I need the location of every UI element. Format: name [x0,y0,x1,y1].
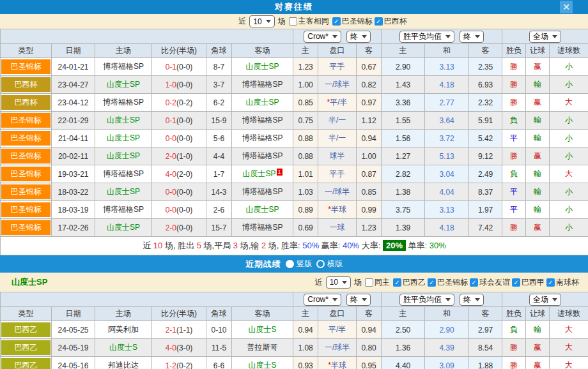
handicap-value: 平/半 [330,98,347,107]
league-badge: 巴西乙 [1,340,50,355]
home-team-cell: 山度士S [95,339,152,357]
date-cell: 18-03-22 [52,183,95,201]
halftime-score: (0-0) [176,223,192,232]
table-row: 巴西乙24-05-16邦迪比达1-2(0-2)6-6山度士S0.93*半球0.9… [1,357,588,369]
scope-select[interactable]: 全场 [529,294,561,306]
halftime-score: (0-0) [176,63,192,72]
col-date: 日期 [52,44,95,58]
handicap-value: 球半 [330,151,345,160]
layout-horizontal-radio[interactable]: 横版 [316,259,343,269]
away-team-cell: 山度士S [232,321,293,339]
table-row: 巴西杯23-04-12博塔福格SP0-2(0-2)6-2山度士SP0.85*平/… [1,94,588,112]
euro-final-select[interactable]: 终 [460,31,484,43]
euro-home-odds: 1.38 [382,183,425,201]
bookmaker-select[interactable]: Crow* [304,294,341,306]
euro-away-odds: 9.12 [469,147,502,165]
chevron-down-icon [552,35,557,38]
score-cell: 0-0(0-0) [152,183,206,201]
chevron-down-icon [445,298,451,301]
score-cell: 4-0(2-0) [152,165,206,183]
euro-draw-odds: 4.39 [425,339,469,357]
type-cell: 巴圣锦标 [1,112,52,130]
euro-draw-odds: 3.64 [425,112,469,130]
league-checkbox[interactable]: ✓巴西甲 [512,277,545,288]
date-cell: 19-03-21 [52,165,95,183]
result-cell: 勝 [502,58,526,76]
halftime-score: (2-0) [176,170,192,179]
league-checkbox[interactable]: ✓巴圣锦标 [332,16,373,27]
near-count-select[interactable]: 10 [249,15,274,27]
handicap-result-cell: 赢 [526,339,550,357]
euro-draw-value: 3.09 [439,361,454,369]
away-team-cell: 博塔福格SP [232,112,293,130]
recent-near-count-select[interactable]: 10 [326,276,351,289]
col-asian-home: 主 [293,44,318,58]
recent-header-row: 类型 日期 主场 比分(半场) 角球 客场 主 盘口 客 主 和 客 胜负 让球… [1,307,588,321]
league-checkbox[interactable]: ✓巴西杯 [375,16,407,27]
league-checkbox-label: 巴西乙 [403,277,426,288]
close-icon[interactable]: ✕ [560,1,573,13]
col-score: 比分(半场) [152,44,206,58]
league-checkbox[interactable]: ✓球会友谊 [470,277,510,288]
col-type: 类型 [1,44,52,58]
league-checkbox[interactable]: ✓巴西乙 [393,277,426,288]
result-cell: 平 [502,201,526,219]
euro-home-odds: 1.56 [382,130,425,147]
h2h-league-filters: ✓巴圣锦标✓巴西杯 [332,16,407,27]
fulltime-score: 0-0 [166,206,176,215]
away-team-cell: 博塔福格SP [232,130,293,147]
type-cell: 巴西杯 [1,94,52,112]
bookmaker-select[interactable]: Crow* [304,31,341,43]
avg-odds-select[interactable]: 胜平负均值 [399,294,454,306]
scope-select[interactable]: 全场 [529,31,561,43]
home-team: 山度士SP [107,151,140,160]
asian-home-odds: 1.00 [293,76,318,94]
col-away: 客场 [232,44,293,58]
asian-home-odds: 0.88 [293,147,318,165]
h2h-table: Crow* 终 胜平负均值 终 全场 类型 日期 主场 比分(半场) 角球 客场… [0,29,588,255]
radio-selected-icon [286,260,294,268]
euro-home-odds: 1.27 [382,147,425,165]
asian-final-select[interactable]: 终 [346,31,371,43]
col-result: 胜负 [502,307,526,321]
fulltime-score: 2-1 [166,326,176,335]
table-row: 巴西杯23-04-27山度士SP1-0(0-0)3-7博塔福格SP1.00一/球… [1,76,588,94]
asian-away-odds: 0.94 [357,321,382,339]
league-checkbox-label: 巴圣锦标 [437,277,468,288]
euro-away-odds: 1.88 [469,357,502,369]
h2h-table-body: 巴圣锦标24-01-21博塔福格SP0-1(0-0)8-7山度士SP1.23平手… [1,58,588,237]
euro-away-odds: 2.49 [469,165,502,183]
goals-result-cell: 小 [550,76,588,94]
handicap-result-cell: 輸 [526,112,550,130]
same-venue-checkbox[interactable]: 主客相同 [289,16,329,27]
handicap-result-cell: 赢 [526,58,550,76]
league-checkbox[interactable]: ✓巴圣锦标 [428,277,468,288]
checkbox-icon [365,278,373,287]
col-asian-away: 客 [357,307,382,321]
score-cell: 4-0(3-0) [152,339,206,357]
corner-cell: 6-6 [206,357,232,369]
halftime-score: (0-2) [176,361,192,369]
league-badge: 巴西杯 [1,95,50,110]
league-checkbox[interactable]: ✓南球杯 [546,277,579,288]
home-team-cell: 博塔福格SP [95,58,152,76]
avg-odds-select[interactable]: 胜平负均值 [399,31,454,43]
checkbox-icon: ✓ [375,17,383,26]
halftime-score: (0-2) [176,98,192,107]
layout-vertical-radio[interactable]: 竖版 [286,259,312,269]
away-team-cell: 山度士SP [232,201,293,219]
chevron-down-icon [552,298,557,301]
asian-home-odds: 1.03 [293,183,318,201]
euro-final-select[interactable]: 终 [460,294,484,306]
away-team: 博塔福格SP [242,80,283,89]
goals-result-cell: 小 [550,112,588,130]
type-cell: 巴圣锦标 [1,201,52,219]
league-checkbox-label: 巴西甲 [522,277,545,288]
card-badge: 1 [277,169,282,176]
home-team-cell: 博塔福格SP [95,94,152,112]
asian-final-select[interactable]: 终 [346,294,371,306]
fulltime-score: 4-0 [166,170,176,179]
handicap-cell: 一球 [318,219,357,237]
handicap-value: 一/球半 [325,80,350,89]
same-home-checkbox[interactable]: 同主 [365,277,390,288]
